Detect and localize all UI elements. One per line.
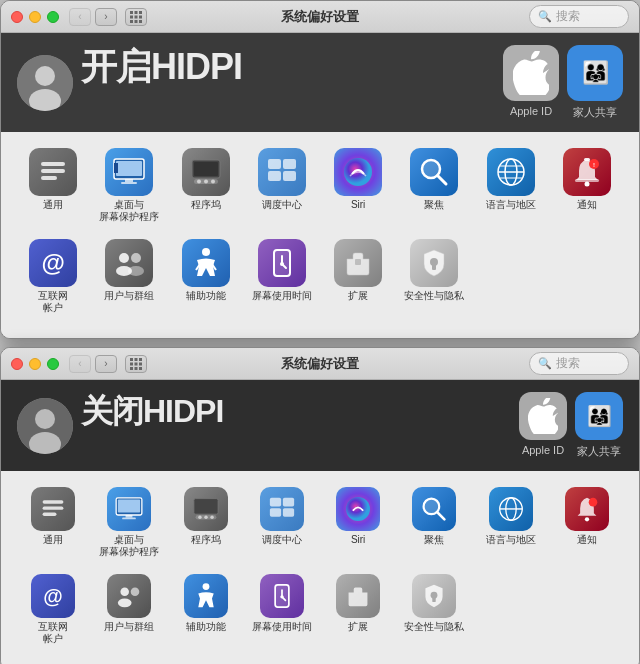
language-item-2[interactable]: 语言与地区 bbox=[475, 483, 547, 562]
window-2: ‹ › 系统偏好设置 🔍 搜索 bbox=[0, 347, 640, 664]
grid-button[interactable] bbox=[125, 8, 147, 26]
avatar-1[interactable] bbox=[17, 55, 73, 111]
dock-item[interactable]: 程序坞 bbox=[170, 144, 242, 227]
siri-item-2[interactable]: Siri bbox=[322, 483, 394, 562]
svg-rect-19 bbox=[121, 182, 137, 184]
family-icon-item[interactable]: 👨‍👩‍👧 家人共享 bbox=[567, 45, 623, 120]
spotlight-item-2[interactable]: 聚焦 bbox=[398, 483, 470, 562]
internet-icon: @ bbox=[29, 239, 77, 287]
svg-rect-7 bbox=[135, 20, 138, 23]
screentime-item[interactable]: 屏幕使用时间 bbox=[246, 235, 318, 318]
svg-rect-65 bbox=[139, 367, 142, 370]
top-icons-2: Apple ID 👨‍👩‍👧 家人共享 bbox=[519, 392, 623, 459]
titlebar-2: ‹ › 系统偏好设置 🔍 搜索 bbox=[1, 348, 639, 380]
grid-button-2[interactable] bbox=[125, 355, 147, 373]
users-label: 用户与群组 bbox=[104, 290, 154, 302]
svg-line-87 bbox=[437, 512, 444, 519]
access-item-2[interactable]: 辅助功能 bbox=[170, 570, 242, 649]
spotlight-icon-2 bbox=[412, 487, 456, 531]
forward-button-2[interactable]: › bbox=[95, 355, 117, 373]
screentime-item-2[interactable]: 屏幕使用时间 bbox=[246, 570, 318, 649]
users-item[interactable]: 用户与群组 bbox=[93, 235, 165, 318]
svg-point-43 bbox=[119, 253, 129, 263]
dock-label-2: 程序坞 bbox=[191, 534, 221, 546]
svg-rect-54 bbox=[355, 259, 361, 265]
general-item[interactable]: 通用 bbox=[17, 144, 89, 227]
svg-rect-61 bbox=[135, 362, 138, 365]
extension-label-2: 扩展 bbox=[348, 621, 368, 633]
internet-label-2: 互联网 帐户 bbox=[38, 621, 68, 645]
apple-id-icon-2 bbox=[519, 392, 567, 440]
search-box-1[interactable]: 🔍 搜索 bbox=[529, 5, 629, 28]
security-item-2[interactable]: 安全性与隐私 bbox=[398, 570, 470, 649]
internet-item-2[interactable]: @ 互联网 帐户 bbox=[17, 570, 89, 649]
window-1: ‹ › 系统偏好设置 🔍 搜索 bbox=[0, 0, 640, 339]
minimize-button-2[interactable] bbox=[29, 358, 41, 370]
back-button-2[interactable]: ‹ bbox=[69, 355, 91, 373]
security-item[interactable]: 安全性与隐私 bbox=[398, 235, 470, 318]
search-placeholder-1: 搜索 bbox=[556, 8, 580, 25]
close-button[interactable] bbox=[11, 11, 23, 23]
access-item[interactable]: 辅助功能 bbox=[170, 235, 242, 318]
icon-grid-row2-1: @ 互联网 帐户 用户与群组 bbox=[17, 235, 623, 318]
svg-point-46 bbox=[128, 266, 144, 276]
search-icon-2: 🔍 bbox=[538, 357, 552, 370]
svg-rect-71 bbox=[43, 512, 57, 515]
svg-point-25 bbox=[211, 180, 215, 184]
svg-rect-18 bbox=[125, 179, 133, 182]
notification-icon: ! bbox=[563, 148, 611, 196]
close-button-2[interactable] bbox=[11, 358, 23, 370]
desktop-icon-2 bbox=[107, 487, 151, 531]
apple-id-icon-item-2[interactable]: Apple ID bbox=[519, 392, 567, 459]
back-button[interactable]: ‹ bbox=[69, 8, 91, 26]
mission-item[interactable]: 调度中心 bbox=[246, 144, 318, 227]
notification-item-2[interactable]: 通知 bbox=[551, 483, 623, 562]
users-icon-2 bbox=[107, 574, 151, 618]
titlebar-1: ‹ › 系统偏好设置 🔍 搜索 bbox=[1, 1, 639, 33]
desktop-item[interactable]: 桌面与 屏幕保护程序 bbox=[93, 144, 165, 227]
apple-id-icon-item[interactable]: Apple ID bbox=[503, 45, 559, 120]
spotlight-item[interactable]: 聚焦 bbox=[398, 144, 470, 227]
top-icons-1: Apple ID 👨‍👩‍👧 家人共享 bbox=[503, 45, 623, 120]
window-title-1: 系统偏好设置 bbox=[281, 8, 359, 26]
svg-rect-26 bbox=[268, 159, 281, 169]
avatar-2[interactable] bbox=[17, 398, 73, 454]
extension-label: 扩展 bbox=[348, 290, 368, 302]
svg-rect-8 bbox=[139, 20, 142, 23]
svg-rect-56 bbox=[432, 264, 436, 270]
icon-grid-row2-2: @ 互联网 帐户 用户与群组 bbox=[17, 570, 623, 649]
notification-label-2: 通知 bbox=[577, 534, 597, 546]
svg-rect-28 bbox=[268, 171, 281, 181]
svg-rect-59 bbox=[139, 358, 142, 361]
extension-item-2[interactable]: 扩展 bbox=[322, 570, 394, 649]
maximize-button-2[interactable] bbox=[47, 358, 59, 370]
siri-item[interactable]: Siri bbox=[322, 144, 394, 227]
svg-rect-84 bbox=[283, 508, 294, 517]
desktop-label: 桌面与 屏幕保护程序 bbox=[99, 199, 159, 223]
nav-buttons-2: ‹ › bbox=[69, 355, 147, 373]
svg-rect-5 bbox=[139, 15, 142, 18]
notification-icon-2 bbox=[565, 487, 609, 531]
hidpi-label-1: 开启HIDPI bbox=[81, 43, 242, 92]
notification-item[interactable]: ! 通知 bbox=[551, 144, 623, 227]
svg-point-24 bbox=[204, 180, 208, 184]
internet-item[interactable]: @ 互联网 帐户 bbox=[17, 235, 89, 318]
maximize-button[interactable] bbox=[47, 11, 59, 23]
mission-icon-2 bbox=[260, 487, 304, 531]
search-box-2[interactable]: 🔍 搜索 bbox=[529, 352, 629, 375]
svg-rect-14 bbox=[41, 176, 57, 180]
dock-item-2[interactable]: 程序坞 bbox=[170, 483, 242, 562]
language-item[interactable]: 语言与地区 bbox=[475, 144, 547, 227]
mission-item-2[interactable]: 调度中心 bbox=[246, 483, 318, 562]
svg-point-100 bbox=[280, 595, 283, 598]
general-item-2[interactable]: 通用 bbox=[17, 483, 89, 562]
grid-section-2: 通用 桌面与 屏幕保护程序 bbox=[1, 471, 639, 664]
desktop-item-2[interactable]: 桌面与 屏幕保护程序 bbox=[93, 483, 165, 562]
minimize-button[interactable] bbox=[29, 11, 41, 23]
extension-item[interactable]: 扩展 bbox=[322, 235, 394, 318]
svg-rect-70 bbox=[43, 506, 64, 509]
svg-rect-69 bbox=[43, 500, 64, 503]
forward-button[interactable]: › bbox=[95, 8, 117, 26]
family-icon-item-2[interactable]: 👨‍👩‍👧 家人共享 bbox=[575, 392, 623, 459]
users-item-2[interactable]: 用户与群组 bbox=[93, 570, 165, 649]
